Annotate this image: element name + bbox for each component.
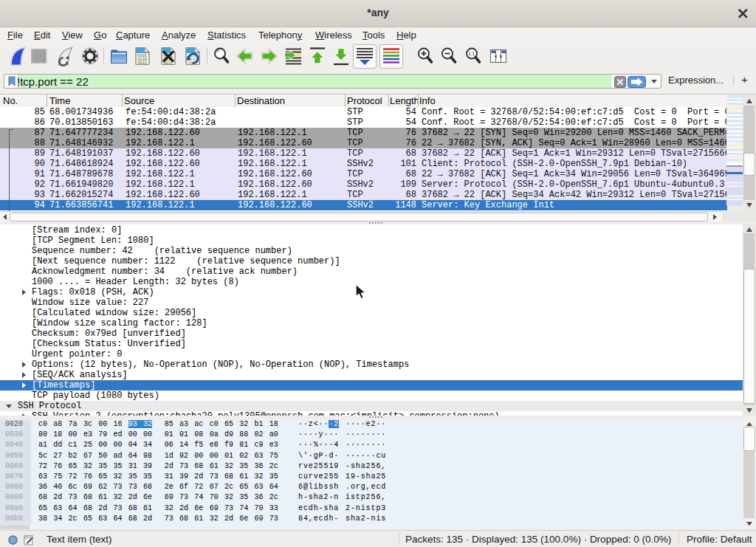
svg-text:1:1: 1:1 xyxy=(468,51,475,56)
svg-text:0011: 0011 xyxy=(138,61,147,66)
svg-text:0011: 0011 xyxy=(164,61,173,66)
